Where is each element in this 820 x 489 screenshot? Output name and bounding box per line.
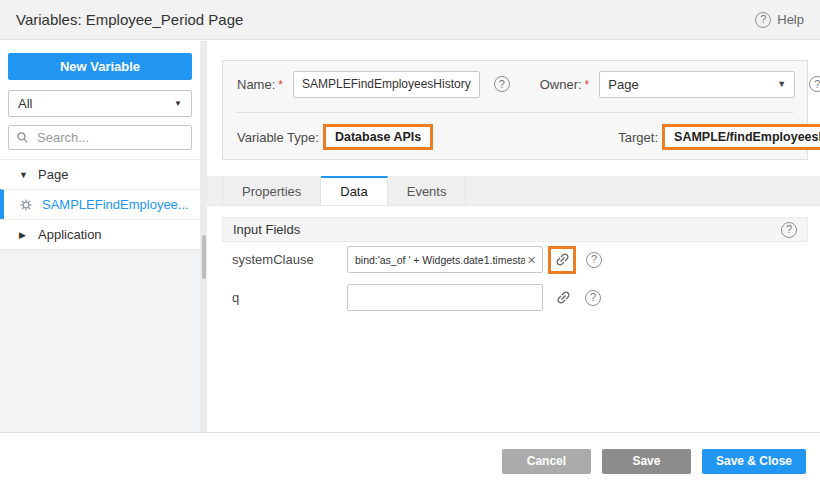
search-input[interactable] <box>35 129 184 146</box>
clear-icon[interactable] <box>525 252 538 267</box>
bind-link-button-highlighted[interactable] <box>548 246 576 274</box>
variables-sidebar: New Variable All Page SAMPLEFindEmployee… <box>0 41 200 432</box>
field-row-q: q <box>222 284 808 311</box>
footer-action-bar: Cancel Save Save & Close <box>0 432 820 489</box>
cancel-button[interactable]: Cancel <box>502 449 591 474</box>
tree-item-label: Page <box>38 167 68 182</box>
tree-item-application[interactable]: Application <box>0 219 200 249</box>
tree-item-label: Application <box>38 227 102 242</box>
panel-divider <box>200 41 207 432</box>
tab-bar: Properties Data Events <box>207 176 820 206</box>
caret-down-icon[interactable] <box>19 170 29 180</box>
new-variable-button[interactable]: New Variable <box>8 53 192 80</box>
window-header: Variables: Employee_Period Page Help <box>0 0 820 40</box>
required-asterisk: * <box>585 78 590 92</box>
name-help-icon[interactable] <box>494 76 510 92</box>
variable-type-value-highlighted: Database APIs <box>323 124 433 150</box>
caret-right-icon[interactable] <box>19 230 29 240</box>
tab-data[interactable]: Data <box>321 176 387 205</box>
owner-help-icon[interactable] <box>809 76 820 92</box>
scrollbar-thumb[interactable] <box>202 235 206 279</box>
name-value: SAMPLEFindEmployeesHistory <box>302 77 471 91</box>
tree-item-page[interactable]: Page <box>0 159 200 189</box>
owner-select[interactable]: Page <box>599 71 795 98</box>
tree-item-variable-selected[interactable]: SAMPLEFindEmployee... <box>0 189 200 219</box>
q-help-icon[interactable] <box>585 290 601 306</box>
chevron-down-icon <box>174 99 182 108</box>
input-fields-title: Input Fields <box>233 222 300 237</box>
sidebar-empty-area <box>0 249 200 432</box>
save-and-close-button[interactable]: Save & Close <box>702 449 806 474</box>
filter-value: All <box>18 96 32 111</box>
variable-summary-panel: Name:* SAMPLEFindEmployeesHistory Owner:… <box>222 60 808 160</box>
required-asterisk: * <box>278 78 283 92</box>
owner-label: Owner:* <box>540 77 590 92</box>
variable-editor-panel: Name:* SAMPLEFindEmployeesHistory Owner:… <box>207 41 820 432</box>
field-label: q <box>222 290 347 305</box>
help-label: Help <box>777 12 804 27</box>
systemclause-input[interactable]: bind:'as_of ' + Widgets.date1.timestam <box>347 246 543 273</box>
field-label: systemClause <box>222 252 347 267</box>
name-field[interactable]: SAMPLEFindEmployeesHistory <box>293 71 480 98</box>
search-box[interactable] <box>8 125 192 150</box>
name-label: Name:* <box>237 77 283 92</box>
owner-value: Page <box>608 77 638 92</box>
filter-dropdown[interactable]: All <box>8 90 192 117</box>
link-icon <box>551 248 573 272</box>
help-button[interactable]: Help <box>755 12 804 28</box>
bind-link-button[interactable] <box>551 286 575 310</box>
search-icon <box>16 131 29 144</box>
chevron-down-icon <box>777 79 786 89</box>
tab-properties[interactable]: Properties <box>222 176 321 205</box>
systemclause-help-icon[interactable] <box>586 252 602 268</box>
help-icon <box>755 12 771 28</box>
page-title: Variables: Employee_Period Page <box>16 11 243 28</box>
tree-item-label: SAMPLEFindEmployee... <box>42 197 189 212</box>
field-row-systemclause: systemClause bind:'as_of ' + Widgets.dat… <box>222 246 808 273</box>
save-button[interactable]: Save <box>602 449 691 474</box>
systemclause-value: bind:'as_of ' + Widgets.date1.timestam <box>355 254 525 266</box>
input-fields-help-icon[interactable] <box>781 222 797 238</box>
target-label: Target: <box>618 130 658 145</box>
variable-type-label: Variable Type: <box>237 130 319 145</box>
q-input[interactable] <box>347 284 543 311</box>
tab-events[interactable]: Events <box>388 176 467 205</box>
variable-gear-icon <box>19 198 33 212</box>
input-fields-header: Input Fields <box>222 217 808 242</box>
target-value-highlighted: SAMPLE/findEmployeesHistory <box>662 124 820 150</box>
form-divider <box>237 112 793 113</box>
